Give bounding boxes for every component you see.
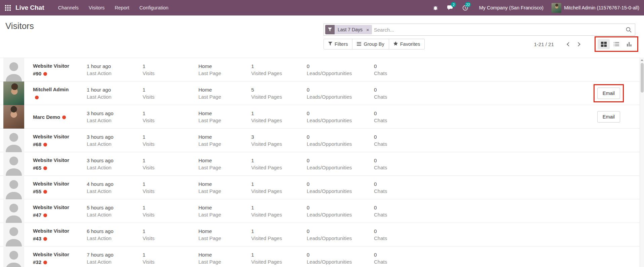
facet-remove-icon[interactable]: × (366, 25, 372, 34)
leads-label: Leads/Opportunities (307, 164, 374, 171)
visited-pages-label: Visited Pages (251, 258, 307, 265)
last-action-label: Last Action (87, 258, 143, 265)
apps-grid-icon[interactable] (0, 0, 15, 15)
visitor-row[interactable]: Website Visitor #43 6 hours ago Last Act… (0, 223, 640, 246)
menu-configuration[interactable]: Configuration (135, 0, 174, 15)
search-bar[interactable]: Last 7 Days × (324, 24, 635, 36)
filter-funnel-icon (325, 25, 335, 34)
visited-pages-label: Visited Pages (251, 188, 307, 195)
visited-pages-label: Visited Pages (251, 140, 307, 147)
graph-view-icon[interactable] (623, 39, 635, 49)
menu-report[interactable]: Report (110, 0, 135, 15)
visits-value: 1 (143, 228, 198, 235)
visitor-avatar (3, 176, 24, 199)
search-facet: Last 7 Days × (325, 25, 372, 34)
chats-value: 0 (374, 251, 428, 258)
online-status-dot (35, 96, 39, 99)
messages-badge: 2 (451, 2, 456, 7)
menu-visitors[interactable]: Visitors (84, 0, 110, 15)
menu-channels[interactable]: Channels (53, 0, 84, 15)
facet-label: Last 7 Days (335, 25, 366, 34)
toolbar: Filters Group By Favorites 1-21 / 21 (324, 38, 635, 50)
email-button[interactable]: Email (597, 88, 620, 99)
chats-label: Chats (374, 211, 428, 218)
scrollbar-up-icon[interactable] (640, 58, 644, 62)
visitor-name: Marc Demo (33, 114, 60, 120)
visited-pages-value: 1 (251, 180, 307, 188)
visitor-row[interactable]: Marc Demo 3 hours ago Last Action 1 Visi… (0, 105, 640, 129)
visitor-row[interactable]: Website Visitor #55 4 hours ago Last Act… (0, 176, 640, 199)
last-action-label: Last Action (87, 70, 143, 77)
search-icon[interactable] (626, 27, 632, 33)
chats-value: 0 (374, 204, 428, 211)
online-status-dot (43, 143, 47, 146)
visits-label: Visits (143, 211, 198, 218)
last-page-label: Last Page (198, 93, 251, 100)
view-switcher (598, 39, 635, 49)
filters-button[interactable]: Filters (324, 39, 352, 49)
last-page-value: Home (198, 251, 251, 258)
visits-label: Visits (143, 188, 198, 195)
online-status-dot (43, 166, 47, 170)
last-page-value: Home (198, 110, 251, 117)
activities-badge: 22 (465, 2, 471, 7)
visitor-avatar (3, 199, 24, 223)
messages-icon[interactable]: 2 (445, 0, 456, 15)
leads-label: Leads/Opportunities (307, 258, 374, 265)
leads-value: 0 (307, 63, 374, 70)
leads-label: Leads/Opportunities (307, 235, 374, 242)
search-input[interactable] (374, 27, 626, 33)
last-action-label: Last Action (87, 117, 143, 124)
user-avatar (552, 3, 561, 13)
visited-pages-value: 1 (251, 63, 307, 70)
visitor-row[interactable]: Website Visitor #90 1 hour ago Last Acti… (0, 58, 640, 81)
kanban-view-icon[interactable] (598, 39, 610, 49)
pager-previous-icon[interactable] (564, 39, 573, 49)
visitor-avatar (3, 105, 24, 129)
chats-label: Chats (374, 235, 428, 242)
star-icon (393, 41, 398, 47)
visitor-name: Website Visitor #55 (33, 181, 69, 194)
chats-value: 0 (374, 86, 428, 93)
pager-next-icon[interactable] (573, 39, 583, 49)
visitor-name: Website Visitor #47 (33, 204, 69, 218)
visited-pages-label: Visited Pages (251, 70, 307, 77)
last-action-value: 3 hours ago (87, 110, 143, 117)
leads-value: 0 (307, 180, 374, 188)
app-name: Live Chat (15, 4, 44, 11)
pager-and-views: 1-21 / 21 (534, 39, 635, 49)
email-button[interactable]: Email (597, 111, 620, 123)
visitor-row[interactable]: Website Visitor #47 5 hours ago Last Act… (0, 199, 640, 223)
visits-label: Visits (143, 140, 198, 147)
last-page-value: Home (198, 180, 251, 188)
visits-value: 1 (143, 204, 198, 211)
visits-value: 1 (143, 133, 198, 140)
scrollbar-thumb[interactable] (641, 63, 644, 93)
debug-icon[interactable] (430, 0, 441, 15)
visited-pages-value: 1 (251, 204, 307, 211)
visitor-row[interactable]: Website Visitor #68 3 hours ago Last Act… (0, 129, 640, 152)
activities-icon[interactable]: 22 (459, 0, 471, 15)
visits-value: 1 (143, 180, 198, 188)
favorites-button[interactable]: Favorites (389, 39, 425, 49)
topbar: Live Chat Channels Visitors Report Confi… (0, 0, 644, 15)
list-view-icon[interactable] (610, 39, 622, 49)
leads-label: Leads/Opportunities (307, 211, 374, 218)
company-switcher[interactable]: My Company (San Francisco) (474, 5, 548, 10)
page-title: Visitors (5, 21, 34, 31)
group-by-icon (357, 41, 361, 47)
last-action-value: 3 hours ago (87, 133, 143, 140)
visited-pages-label: Visited Pages (251, 93, 307, 100)
chats-value: 0 (374, 63, 428, 70)
last-page-label: Last Page (198, 235, 251, 242)
visitor-row[interactable]: Website Visitor #32 7 hours ago Last Act… (0, 246, 640, 267)
leads-value: 0 (307, 86, 374, 93)
group-by-button[interactable]: Group By (352, 39, 389, 49)
search-options: Filters Group By Favorites (324, 39, 425, 49)
visitor-row[interactable]: Mitchell Admin 1 hour ago Last Action 1 … (0, 81, 640, 105)
visitor-row[interactable]: Website Visitor #65 3 hours ago Last Act… (0, 152, 640, 176)
last-page-label: Last Page (198, 140, 251, 147)
user-menu[interactable]: Mitchell Admin (11576767-15-0-all) (552, 3, 639, 13)
visited-pages-value: 1 (251, 228, 307, 235)
scrollbar[interactable] (640, 58, 644, 267)
